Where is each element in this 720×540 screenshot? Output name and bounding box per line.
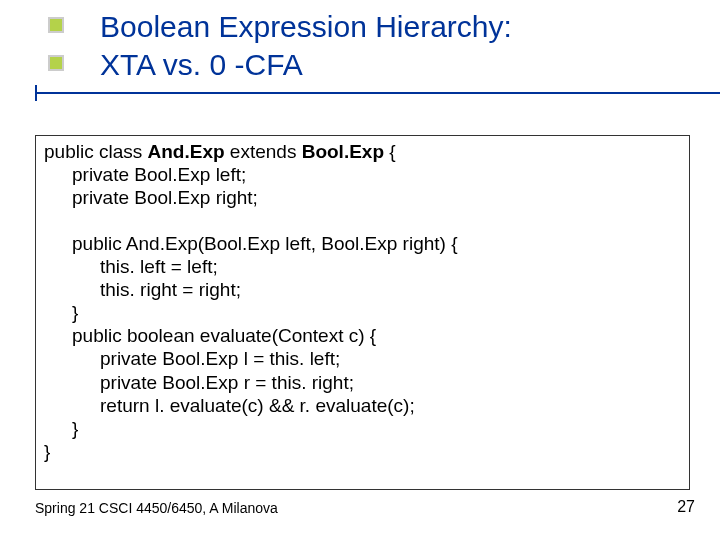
title-bullet-1 xyxy=(48,17,64,33)
code-line-10: private Bool.Exp l = this. left; xyxy=(44,347,681,370)
code-line-7: this. right = right; xyxy=(44,278,681,301)
code-line-5: public And.Exp(Bool.Exp left, Bool.Exp r… xyxy=(44,232,681,255)
code-line-13: } xyxy=(44,417,681,440)
code-line-6: this. left = left; xyxy=(44,255,681,278)
title-line-1: Boolean Expression Hierarchy: xyxy=(100,8,690,46)
code-line-9: public boolean evaluate(Context c) { xyxy=(44,324,681,347)
code-line-11: private Bool.Exp r = this. right; xyxy=(44,371,681,394)
code-text: { xyxy=(384,141,396,162)
title-underline xyxy=(35,92,720,94)
title-line-2: XTA vs. 0 -CFA xyxy=(100,46,690,84)
slide-number: 27 xyxy=(677,498,695,516)
code-class-name: And.Exp xyxy=(148,141,225,162)
code-line-2: private Bool.Exp left; xyxy=(44,163,681,186)
title-bullet-2 xyxy=(48,55,64,71)
code-line-8: } xyxy=(44,301,681,324)
code-box: public class And.Exp extends Bool.Exp { … xyxy=(35,135,690,490)
code-line-1: public class And.Exp extends Bool.Exp { xyxy=(44,140,681,163)
code-line-12: return l. evaluate(c) && r. evaluate(c); xyxy=(44,394,681,417)
code-text: public class xyxy=(44,141,148,162)
footer-course-info: Spring 21 CSCI 4450/6450, A Milanova xyxy=(35,500,278,516)
code-line-3: private Bool.Exp right; xyxy=(44,186,681,209)
slide-title: Boolean Expression Hierarchy: XTA vs. 0 … xyxy=(100,8,690,83)
code-blank-line xyxy=(44,210,681,232)
code-line-14: } xyxy=(44,440,681,463)
code-super-name: Bool.Exp xyxy=(302,141,384,162)
code-text: extends xyxy=(225,141,302,162)
